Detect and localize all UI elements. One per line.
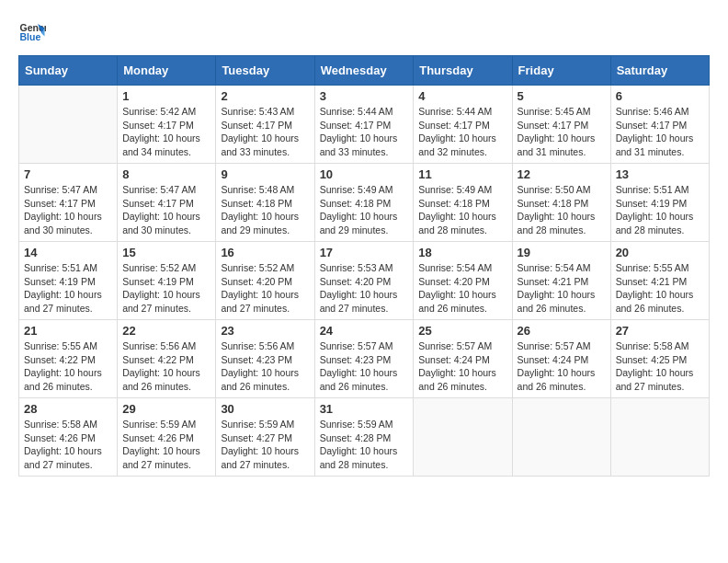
calendar-cell: 19Sunrise: 5:54 AM Sunset: 4:21 PM Dayli…: [512, 242, 610, 320]
day-number: 31: [320, 402, 409, 416]
day-info: Sunrise: 5:51 AM Sunset: 4:19 PM Dayligh…: [24, 261, 112, 316]
calendar-cell: 27Sunrise: 5:58 AM Sunset: 4:25 PM Dayli…: [610, 320, 709, 398]
day-number: 9: [221, 167, 309, 181]
day-info: Sunrise: 5:48 AM Sunset: 4:18 PM Dayligh…: [221, 183, 309, 237]
day-info: Sunrise: 5:45 AM Sunset: 4:17 PM Dayligh…: [518, 105, 606, 159]
weekday-header: Thursday: [414, 56, 512, 86]
calendar-week-row: 1Sunrise: 5:42 AM Sunset: 4:17 PM Daylig…: [19, 86, 710, 164]
day-info: Sunrise: 5:44 AM Sunset: 4:17 PM Dayligh…: [418, 105, 506, 159]
calendar-cell: 10Sunrise: 5:49 AM Sunset: 4:18 PM Dayli…: [314, 164, 414, 242]
day-info: Sunrise: 5:47 AM Sunset: 4:17 PM Dayligh…: [122, 183, 210, 237]
calendar-cell: [414, 398, 512, 477]
day-number: 6: [616, 89, 704, 103]
day-number: 29: [122, 402, 210, 416]
day-number: 28: [24, 402, 112, 416]
day-info: Sunrise: 5:58 AM Sunset: 4:26 PM Dayligh…: [24, 418, 112, 472]
day-info: Sunrise: 5:50 AM Sunset: 4:18 PM Dayligh…: [518, 183, 606, 237]
calendar-cell: 7Sunrise: 5:47 AM Sunset: 4:17 PM Daylig…: [19, 164, 118, 242]
day-number: 4: [418, 89, 506, 103]
day-info: Sunrise: 5:52 AM Sunset: 4:19 PM Dayligh…: [122, 261, 210, 316]
calendar-cell: [610, 398, 709, 477]
calendar-cell: 8Sunrise: 5:47 AM Sunset: 4:17 PM Daylig…: [118, 164, 216, 242]
day-info: Sunrise: 5:56 AM Sunset: 4:22 PM Dayligh…: [122, 339, 210, 394]
day-number: 3: [320, 89, 409, 103]
day-number: 17: [320, 246, 409, 259]
day-number: 1: [122, 89, 210, 103]
calendar-week-row: 21Sunrise: 5:55 AM Sunset: 4:22 PM Dayli…: [19, 320, 710, 398]
day-info: Sunrise: 5:49 AM Sunset: 4:18 PM Dayligh…: [418, 183, 506, 237]
calendar-cell: 11Sunrise: 5:49 AM Sunset: 4:18 PM Dayli…: [414, 164, 512, 242]
calendar-week-row: 28Sunrise: 5:58 AM Sunset: 4:26 PM Dayli…: [19, 398, 710, 477]
svg-text:Blue: Blue: [20, 31, 41, 42]
page-header: General Blue: [18, 18, 710, 46]
day-info: Sunrise: 5:59 AM Sunset: 4:26 PM Dayligh…: [122, 418, 210, 472]
day-number: 13: [616, 167, 704, 181]
weekday-header: Wednesday: [314, 56, 414, 86]
day-number: 27: [616, 324, 704, 338]
calendar-cell: 23Sunrise: 5:56 AM Sunset: 4:23 PM Dayli…: [216, 320, 314, 398]
calendar-cell: 13Sunrise: 5:51 AM Sunset: 4:19 PM Dayli…: [610, 164, 709, 242]
day-number: 18: [418, 246, 506, 259]
calendar-table: SundayMondayTuesdayWednesdayThursdayFrid…: [18, 55, 710, 477]
day-info: Sunrise: 5:59 AM Sunset: 4:28 PM Dayligh…: [320, 418, 409, 472]
day-info: Sunrise: 5:55 AM Sunset: 4:21 PM Dayligh…: [616, 261, 704, 316]
day-number: 22: [122, 324, 210, 338]
day-info: Sunrise: 5:56 AM Sunset: 4:23 PM Dayligh…: [221, 339, 309, 394]
day-number: 2: [221, 89, 309, 103]
calendar-cell: 14Sunrise: 5:51 AM Sunset: 4:19 PM Dayli…: [19, 242, 118, 320]
day-number: 21: [24, 324, 112, 338]
day-info: Sunrise: 5:42 AM Sunset: 4:17 PM Dayligh…: [122, 105, 210, 159]
calendar-cell: 26Sunrise: 5:57 AM Sunset: 4:24 PM Dayli…: [512, 320, 610, 398]
weekday-header: Monday: [118, 56, 216, 86]
weekday-header-row: SundayMondayTuesdayWednesdayThursdayFrid…: [19, 56, 710, 86]
day-number: 16: [221, 246, 309, 259]
day-number: 15: [122, 246, 210, 259]
calendar-cell: 16Sunrise: 5:52 AM Sunset: 4:20 PM Dayli…: [216, 242, 314, 320]
day-info: Sunrise: 5:46 AM Sunset: 4:17 PM Dayligh…: [616, 105, 704, 159]
day-number: 24: [320, 324, 409, 338]
calendar-cell: 5Sunrise: 5:45 AM Sunset: 4:17 PM Daylig…: [512, 86, 610, 164]
calendar-cell: 18Sunrise: 5:54 AM Sunset: 4:20 PM Dayli…: [414, 242, 512, 320]
calendar-cell: 20Sunrise: 5:55 AM Sunset: 4:21 PM Dayli…: [610, 242, 709, 320]
day-number: 10: [320, 167, 409, 181]
calendar-cell: 31Sunrise: 5:59 AM Sunset: 4:28 PM Dayli…: [314, 398, 414, 477]
calendar-cell: 28Sunrise: 5:58 AM Sunset: 4:26 PM Dayli…: [19, 398, 118, 477]
calendar-cell: 1Sunrise: 5:42 AM Sunset: 4:17 PM Daylig…: [118, 86, 216, 164]
calendar-cell: 9Sunrise: 5:48 AM Sunset: 4:18 PM Daylig…: [216, 164, 314, 242]
weekday-header: Sunday: [19, 56, 118, 86]
calendar-cell: 12Sunrise: 5:50 AM Sunset: 4:18 PM Dayli…: [512, 164, 610, 242]
calendar-cell: [19, 86, 118, 164]
day-info: Sunrise: 5:53 AM Sunset: 4:20 PM Dayligh…: [320, 261, 409, 316]
calendar-week-row: 14Sunrise: 5:51 AM Sunset: 4:19 PM Dayli…: [19, 242, 710, 320]
day-number: 23: [221, 324, 309, 338]
day-info: Sunrise: 5:51 AM Sunset: 4:19 PM Dayligh…: [616, 183, 704, 237]
day-info: Sunrise: 5:59 AM Sunset: 4:27 PM Dayligh…: [221, 418, 309, 472]
calendar-cell: 17Sunrise: 5:53 AM Sunset: 4:20 PM Dayli…: [314, 242, 414, 320]
day-info: Sunrise: 5:54 AM Sunset: 4:20 PM Dayligh…: [418, 261, 506, 316]
weekday-header: Tuesday: [216, 56, 314, 86]
day-number: 26: [518, 324, 606, 338]
day-info: Sunrise: 5:57 AM Sunset: 4:23 PM Dayligh…: [320, 339, 409, 394]
day-number: 19: [518, 246, 606, 259]
day-info: Sunrise: 5:57 AM Sunset: 4:24 PM Dayligh…: [418, 339, 506, 394]
day-number: 14: [24, 246, 112, 259]
calendar-cell: 22Sunrise: 5:56 AM Sunset: 4:22 PM Dayli…: [118, 320, 216, 398]
day-info: Sunrise: 5:47 AM Sunset: 4:17 PM Dayligh…: [24, 183, 112, 237]
day-info: Sunrise: 5:58 AM Sunset: 4:25 PM Dayligh…: [616, 339, 704, 394]
calendar-week-row: 7Sunrise: 5:47 AM Sunset: 4:17 PM Daylig…: [19, 164, 710, 242]
calendar-cell: 4Sunrise: 5:44 AM Sunset: 4:17 PM Daylig…: [414, 86, 512, 164]
day-number: 8: [122, 167, 210, 181]
day-number: 7: [24, 167, 112, 181]
weekday-header: Friday: [512, 56, 610, 86]
weekday-header: Saturday: [610, 56, 709, 86]
day-info: Sunrise: 5:57 AM Sunset: 4:24 PM Dayligh…: [518, 339, 606, 394]
calendar-cell: 25Sunrise: 5:57 AM Sunset: 4:24 PM Dayli…: [414, 320, 512, 398]
day-info: Sunrise: 5:55 AM Sunset: 4:22 PM Dayligh…: [24, 339, 112, 394]
calendar-cell: 30Sunrise: 5:59 AM Sunset: 4:27 PM Dayli…: [216, 398, 314, 477]
day-info: Sunrise: 5:49 AM Sunset: 4:18 PM Dayligh…: [320, 183, 409, 237]
day-number: 20: [616, 246, 704, 259]
day-info: Sunrise: 5:52 AM Sunset: 4:20 PM Dayligh…: [221, 261, 309, 316]
calendar-cell: 24Sunrise: 5:57 AM Sunset: 4:23 PM Dayli…: [314, 320, 414, 398]
calendar-cell: 29Sunrise: 5:59 AM Sunset: 4:26 PM Dayli…: [118, 398, 216, 477]
day-info: Sunrise: 5:44 AM Sunset: 4:17 PM Dayligh…: [320, 105, 409, 159]
